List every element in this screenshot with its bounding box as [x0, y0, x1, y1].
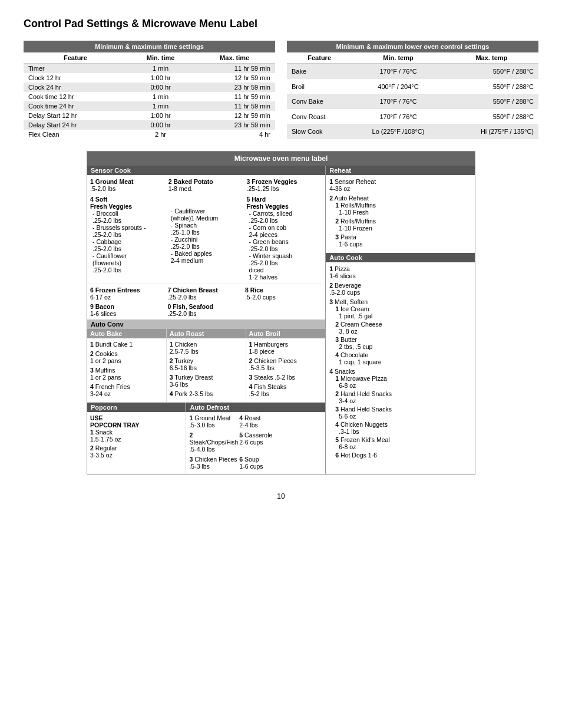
sc-bacon: 9 Bacon1-6 slices: [90, 303, 167, 317]
sc-rice: 8 Rice.5-2.0 cups: [245, 286, 322, 301]
sc-frozen-entrees: 6 Frozen Entrees6-17 oz: [90, 286, 167, 301]
time-col3-header: Max. time: [194, 52, 275, 64]
popcorn-note: USEPOPCORN TRAY: [90, 414, 183, 429]
sc-fish: 0 Fish, Seafood.25-2.0 lbs: [167, 303, 244, 317]
sensor-cook-bottom-row2: 9 Bacon1-6 slices 0 Fish, Seafood.25-2.0…: [87, 303, 325, 319]
menu-left: Sensor Cook 1 Ground Meat .5-2.0 lbs 4 S…: [87, 166, 326, 474]
auto-defrost-header: Auto Defrost: [186, 403, 325, 412]
oven-table-header: Minimum & maximum lower oven control set…: [287, 41, 538, 52]
auto-conv-header: Auto Conv: [87, 319, 325, 329]
auto-roast-col: 1 Chicken2.5-7.5 lbs 2 Turkey6.5-16 lbs …: [167, 338, 246, 402]
auto-reheat: 2 Auto Reheat 1 Rolls/Muffins 1-10 Fresh…: [329, 195, 471, 248]
table-row: Cook time 24 hr1 min11 hr 59 min: [24, 101, 275, 111]
sc-veggies-list2: Cauliflower(whole)1 Medium Spinach.25-1.…: [168, 207, 244, 264]
oven-col2-header: Min. temp: [352, 52, 444, 64]
sc-soft-veggies: 4 SoftFresh Veggies Broccoli.25-2.0 lbs …: [90, 196, 166, 274]
top-tables-container: Minimum & maximum time settings Feature …: [24, 41, 538, 139]
sc-baked-potato: 2 Baked Potato 1-8 med.: [168, 178, 244, 192]
table-row: Cook time 12 hr1 min11 hr 59 min: [24, 92, 275, 101]
auto-roast-header: Auto Roast: [167, 329, 246, 338]
reheat-content: 1 Sensor Reheat4-36 oz 2 Auto Reheat 1 R…: [326, 175, 475, 253]
sc-ground-meat: 1 Ground Meat .5-2.0 lbs: [90, 178, 166, 192]
microwave-menu-label: Microwave oven menu label Sensor Cook 1 …: [87, 151, 475, 475]
sc-col2: 2 Baked Potato 1-8 med. Cauliflower(whol…: [168, 178, 244, 281]
ac-snacks: 4 Snacks 1 Microwave Pizza 6-8 oz 2 Hand…: [329, 368, 471, 459]
auto-broil-header: Auto Broil: [246, 329, 326, 338]
auto-bake-col: 1 Bundt Cake 1 2 Cookies1 or 2 pans 3 Mu…: [87, 338, 167, 402]
page-title: Control Pad Settings & Microwave Menu La…: [24, 18, 538, 30]
popcorn-content: USEPOPCORN TRAY 1 Snack1.5-1.75 oz 2 Reg…: [87, 412, 186, 461]
time-col2-header: Min. time: [127, 52, 194, 64]
ac-beverage: 2 Beverage.5-2.0 cups: [329, 282, 471, 296]
table-row: Flex Clean2 hr4 hr: [24, 130, 275, 139]
menu-label-body: Sensor Cook 1 Ground Meat .5-2.0 lbs 4 S…: [87, 166, 475, 474]
table-row: Clock 24 hr0:00 hr23 hr 59 min: [24, 83, 275, 92]
menu-right: Reheat 1 Sensor Reheat4-36 oz 2 Auto Reh…: [326, 166, 475, 474]
oven-col3-header: Max. temp: [445, 52, 538, 64]
reheat-header: Reheat: [326, 166, 475, 175]
page-number: 10: [24, 492, 538, 500]
sensor-cook-bottom-row: 6 Frozen Entrees6-17 oz 7 Chicken Breast…: [87, 284, 325, 303]
sc-col3: 3 Frozen Veggies .25-1.25 lbs 5 HardFres…: [247, 178, 323, 281]
auto-conv-sub-headers: Auto Bake Auto Roast Auto Broil: [87, 329, 325, 338]
table-row: Timer1 min11 hr 59 min: [24, 64, 275, 74]
oven-settings-table: Minimum & maximum lower oven control set…: [287, 41, 538, 139]
table-row: Conv Roast170°F / 76°C550°F / 288°C: [287, 109, 538, 124]
time-settings-table: Minimum & maximum time settings Feature …: [24, 41, 275, 139]
defrost-grid: 1 Ground Meat.5-3.0 lbs 4 Roast2-4 lbs 2…: [189, 414, 322, 472]
oven-col1-header: Feature: [287, 52, 352, 64]
sc-col1: 1 Ground Meat .5-2.0 lbs 4 SoftFresh Veg…: [90, 178, 166, 281]
time-col1-header: Feature: [24, 52, 127, 64]
auto-conv-content: 1 Bundt Cake 1 2 Cookies1 or 2 pans 3 Mu…: [87, 338, 325, 403]
sc-hard-veggies: 5 HardFresh Veggies Carrots, sliced.25-2…: [247, 196, 323, 281]
table-row: Conv Bake170°F / 76°C550°F / 288°C: [287, 94, 538, 109]
ac-melt-soften: 3 Melt, Soften 1 Ice Cream 1 pint, .5 ga…: [329, 298, 471, 365]
auto-bake-header: Auto Bake: [87, 329, 167, 338]
auto-broil-col: 1 Hamburgers1-8 piece 2 Chicken Pieces.5…: [246, 338, 326, 402]
table-row: Clock 12 hr1:00 hr12 hr 59 min: [24, 73, 275, 83]
table-row: Broil400°F / 204°C550°F / 288°C: [287, 79, 538, 94]
defrost-content: 1 Ground Meat.5-3.0 lbs 4 Roast2-4 lbs 2…: [186, 412, 325, 474]
popcorn-defrost-row: Popcorn USEPOPCORN TRAY 1 Snack1.5-1.75 …: [87, 403, 325, 474]
sensor-cook-header: Sensor Cook: [87, 166, 325, 175]
auto-defrost-section: Auto Defrost 1 Ground Meat.5-3.0 lbs 4 R…: [186, 403, 325, 474]
table-row: Delay Start 12 hr1:00 hr12 hr 59 min: [24, 111, 275, 120]
ac-pizza: 1 Pizza1-6 slices: [329, 265, 471, 279]
auto-cook-content: 1 Pizza1-6 slices 2 Beverage.5-2.0 cups …: [326, 262, 475, 464]
sensor-cook-grid: 1 Ground Meat .5-2.0 lbs 4 SoftFresh Veg…: [87, 175, 325, 284]
time-table-header: Minimum & maximum time settings: [24, 41, 275, 52]
sc-frozen-veggies: 3 Frozen Veggies .25-1.25 lbs: [247, 178, 323, 192]
popcorn-header: Popcorn: [87, 403, 186, 412]
table-row: Bake170°F / 76°C550°F / 288°C: [287, 64, 538, 79]
popcorn-section: Popcorn USEPOPCORN TRAY 1 Snack1.5-1.75 …: [87, 403, 186, 474]
sc-chicken-breast: 7 Chicken Breast.25-2.0 lbs: [167, 286, 244, 301]
menu-label-header: Microwave oven menu label: [87, 151, 475, 166]
auto-cook-header: Auto Cook: [326, 253, 475, 262]
sensor-reheat: 1 Sensor Reheat4-36 oz: [329, 178, 471, 192]
table-row: Delay Start 24 hr0:00 hr23 hr 59 min: [24, 120, 275, 130]
table-row: Slow CookLo (225°F /108°C)Hi (275°F / 13…: [287, 124, 538, 139]
